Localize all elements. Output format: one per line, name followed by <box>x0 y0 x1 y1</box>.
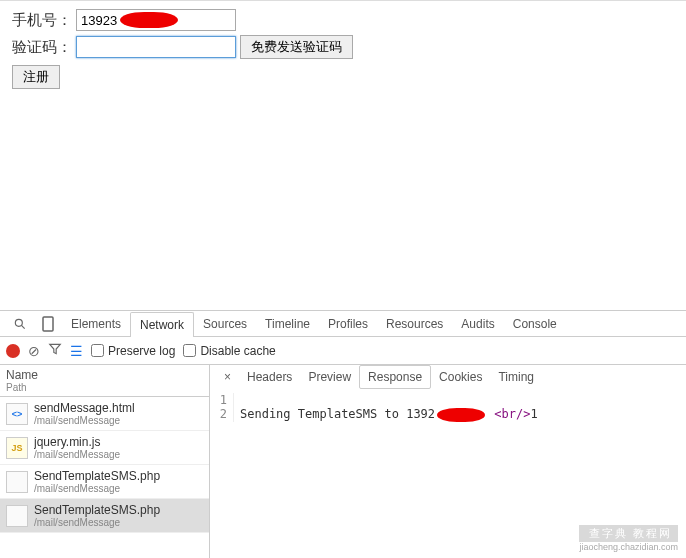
request-item[interactable]: JS jquery.min.js /mail/sendMessage <box>0 431 209 465</box>
watermark: 查字典 教程网 jiaocheng.chazidian.com <box>579 525 678 552</box>
tab-network[interactable]: Network <box>130 312 194 337</box>
tab-elements[interactable]: Elements <box>62 312 130 336</box>
clear-icon[interactable]: ⊘ <box>28 343 40 359</box>
send-code-button[interactable]: 免费发送验证码 <box>240 35 353 59</box>
column-name[interactable]: Name <box>6 368 203 382</box>
preserve-log-checkbox[interactable]: Preserve log <box>91 344 175 358</box>
request-item[interactable]: SendTemplateSMS.php /mail/sendMessage <box>0 499 209 533</box>
file-icon <box>6 471 28 493</box>
disable-cache-checkbox[interactable]: Disable cache <box>183 344 275 358</box>
code-label: 验证码： <box>12 38 76 57</box>
redaction-mark <box>437 408 485 422</box>
device-icon[interactable] <box>40 316 56 332</box>
column-path: Path <box>6 382 203 393</box>
search-icon[interactable] <box>12 316 28 332</box>
detail-tab-cookies[interactable]: Cookies <box>431 366 490 388</box>
detail-tab-headers[interactable]: Headers <box>239 366 300 388</box>
svg-marker-3 <box>50 344 61 353</box>
devtools-panel: Elements Network Sources Timeline Profil… <box>0 310 686 558</box>
svg-point-0 <box>15 319 22 326</box>
svg-line-1 <box>21 325 24 328</box>
register-button[interactable]: 注册 <box>12 65 60 89</box>
tab-console[interactable]: Console <box>504 312 566 336</box>
detail-tab-timing[interactable]: Timing <box>490 366 542 388</box>
tab-sources[interactable]: Sources <box>194 312 256 336</box>
redaction-mark <box>120 12 178 28</box>
svg-rect-2 <box>43 317 53 331</box>
request-list: Name Path <> sendMessage.html /mail/send… <box>0 365 210 558</box>
detail-tab-response[interactable]: Response <box>359 365 431 389</box>
code-input[interactable] <box>76 36 236 58</box>
js-file-icon: JS <box>6 437 28 459</box>
record-button[interactable] <box>6 344 20 358</box>
tab-resources[interactable]: Resources <box>377 312 452 336</box>
file-icon <box>6 505 28 527</box>
filter-icon[interactable] <box>48 342 62 359</box>
html-file-icon: <> <box>6 403 28 425</box>
tab-timeline[interactable]: Timeline <box>256 312 319 336</box>
phone-label: 手机号： <box>12 11 76 30</box>
close-icon[interactable]: × <box>216 370 239 384</box>
tab-audits[interactable]: Audits <box>452 312 503 336</box>
detail-tab-preview[interactable]: Preview <box>300 366 359 388</box>
request-item[interactable]: SendTemplateSMS.php /mail/sendMessage <box>0 465 209 499</box>
list-icon[interactable]: ☰ <box>70 343 83 359</box>
tab-profiles[interactable]: Profiles <box>319 312 377 336</box>
request-item[interactable]: <> sendMessage.html /mail/sendMessage <box>0 397 209 431</box>
